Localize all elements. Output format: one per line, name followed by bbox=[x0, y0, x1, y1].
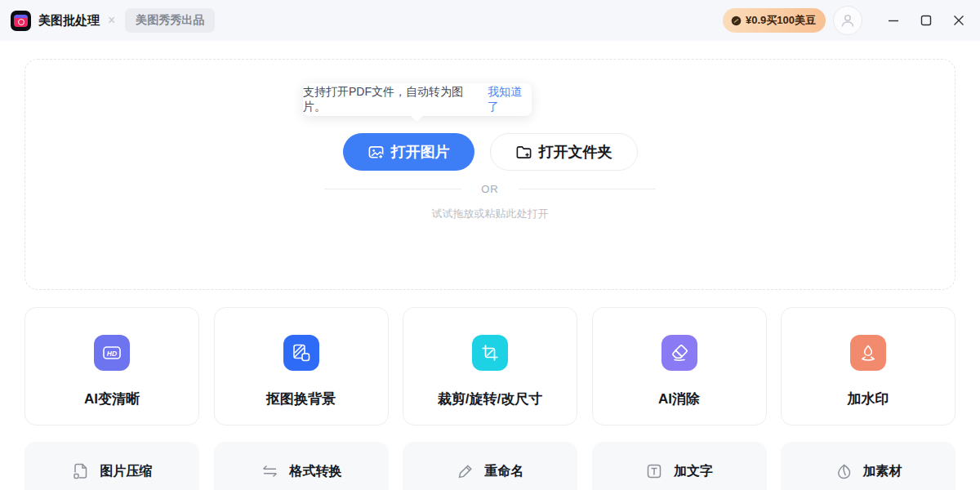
coin-bean-icon bbox=[731, 16, 742, 26]
watermark-icon bbox=[850, 335, 886, 371]
compress-icon bbox=[72, 462, 90, 480]
folder-add-icon bbox=[515, 144, 532, 161]
crop-icon bbox=[472, 335, 508, 371]
add-text-icon bbox=[645, 462, 663, 480]
image-add-icon bbox=[368, 144, 385, 161]
maximize-icon bbox=[920, 15, 932, 26]
drop-hint: 试试拖放或粘贴此处打开 bbox=[25, 207, 955, 221]
promo-badge[interactable]: ¥0.9买100美豆 bbox=[723, 8, 826, 33]
app-logo-icon bbox=[11, 11, 31, 31]
dropzone[interactable]: 支持打开PDF文件，自动转为图片。 我知道了 打开图片 打开文件夹 OR bbox=[24, 59, 956, 290]
tool-add-sticker[interactable]: 加素材 bbox=[781, 442, 956, 490]
eraser-icon bbox=[662, 335, 697, 371]
tool-add-text[interactable]: 加文字 bbox=[592, 442, 767, 490]
tool-label: 加素材 bbox=[863, 463, 902, 480]
tab-close-icon[interactable]: × bbox=[108, 14, 115, 27]
or-divider: OR bbox=[25, 183, 955, 195]
feature-card-ai-erase[interactable]: AI消除 bbox=[592, 307, 767, 425]
convert-icon bbox=[261, 462, 279, 480]
feature-card-watermark[interactable]: 加水印 bbox=[781, 307, 956, 425]
app-title: 美图批处理 bbox=[38, 13, 100, 29]
app-logo-ring bbox=[18, 19, 24, 25]
tool-compress[interactable]: 图片压缩 bbox=[24, 442, 199, 490]
minimize-icon bbox=[888, 15, 899, 26]
open-folder-label: 打开文件夹 bbox=[539, 142, 612, 162]
divider-line-left bbox=[324, 189, 461, 189]
tooltip-dismiss-link[interactable]: 我知道了 bbox=[488, 85, 532, 114]
or-label: OR bbox=[481, 183, 499, 195]
tool-label: 加文字 bbox=[674, 463, 713, 480]
open-folder-button[interactable]: 打开文件夹 bbox=[490, 133, 638, 171]
rename-icon bbox=[457, 462, 474, 480]
cutout-icon bbox=[283, 335, 319, 371]
tool-label: 图片压缩 bbox=[100, 463, 153, 480]
feature-card-ai-enhance[interactable]: HD AI变清晰 bbox=[24, 307, 199, 425]
minimize-button[interactable] bbox=[877, 0, 910, 41]
close-icon bbox=[953, 15, 964, 26]
tool-rename[interactable]: 重命名 bbox=[403, 442, 577, 490]
pdf-tooltip-text: 支持打开PDF文件，自动转为图片。 bbox=[303, 85, 479, 114]
origin-badge: 美图秀秀出品 bbox=[125, 8, 215, 33]
feature-label: 裁剪/旋转/改尺寸 bbox=[438, 390, 542, 408]
close-button[interactable] bbox=[942, 0, 975, 41]
tool-label: 格式转换 bbox=[290, 463, 342, 480]
titlebar-right: ¥0.9买100美豆 bbox=[723, 0, 980, 41]
tools-row: 图片压缩 格式转换 重命名 加文字 加素材 bbox=[24, 442, 956, 490]
maximize-button[interactable] bbox=[910, 0, 942, 41]
user-avatar-icon bbox=[840, 12, 856, 29]
open-buttons-row: 打开图片 打开文件夹 bbox=[25, 133, 955, 171]
feature-cards-row: HD AI变清晰 抠图换背景 裁剪/旋转/改尺寸 bbox=[24, 307, 956, 425]
divider-line-right bbox=[519, 189, 656, 189]
open-image-button[interactable]: 打开图片 bbox=[343, 133, 474, 171]
add-sticker-icon bbox=[835, 462, 853, 480]
open-image-label: 打开图片 bbox=[391, 142, 450, 162]
tool-convert[interactable]: 格式转换 bbox=[214, 442, 389, 490]
feature-label: AI消除 bbox=[658, 390, 700, 408]
feature-card-cutout[interactable]: 抠图换背景 bbox=[214, 307, 389, 425]
feature-card-crop[interactable]: 裁剪/旋转/改尺寸 bbox=[403, 307, 577, 425]
feature-label: AI变清晰 bbox=[84, 390, 140, 408]
avatar[interactable] bbox=[833, 6, 862, 35]
svg-text:HD: HD bbox=[107, 350, 117, 358]
feature-label: 抠图换背景 bbox=[266, 390, 336, 408]
feature-label: 加水印 bbox=[848, 390, 889, 408]
promo-badge-label: ¥0.9买100美豆 bbox=[746, 13, 816, 28]
titlebar: 美图批处理 × 美图秀秀出品 ¥0.9买100美豆 bbox=[0, 0, 980, 41]
tool-label: 重命名 bbox=[485, 463, 524, 480]
pdf-tooltip: 支持打开PDF文件，自动转为图片。 我知道了 bbox=[303, 83, 532, 116]
hd-enhance-icon: HD bbox=[94, 335, 130, 371]
